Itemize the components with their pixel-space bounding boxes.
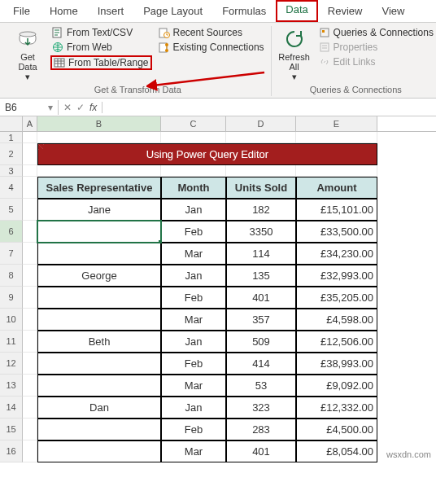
cell-month[interactable]: Feb [161, 287, 226, 309]
formula-input[interactable] [102, 106, 436, 109]
cell-month[interactable]: Feb [161, 419, 226, 440]
tab-insert[interactable]: Insert [88, 2, 134, 22]
cell-month[interactable]: Mar [161, 375, 226, 397]
cell-amount[interactable]: £12,506.00 [296, 331, 377, 353]
cell-units[interactable]: 509 [226, 331, 296, 353]
cell-units[interactable]: 414 [226, 353, 296, 375]
recent-sources-button[interactable]: Recent Sources [157, 26, 266, 39]
row-header-14[interactable]: 14 [0, 397, 23, 419]
col-header-E[interactable]: E [296, 116, 377, 131]
cell-units[interactable]: 114 [226, 243, 296, 265]
cell-rep[interactable]: Dan [37, 397, 161, 419]
text-csv-icon [52, 27, 63, 38]
tab-page-layout[interactable]: Page Layout [133, 2, 212, 22]
row-header-9[interactable]: 9 [0, 287, 23, 309]
cell-rep[interactable] [37, 309, 161, 331]
cell-amount[interactable]: £8,054.00 [296, 440, 377, 462]
tab-review[interactable]: Review [318, 2, 373, 22]
fx-icon[interactable]: fx [89, 102, 97, 113]
row-header-11[interactable]: 11 [0, 331, 23, 353]
row-header-15[interactable]: 15 [0, 419, 23, 440]
get-data-button[interactable]: Get Data▾ [10, 26, 46, 83]
row-header-12[interactable]: 12 [0, 353, 23, 375]
refresh-all-button[interactable]: Refresh All▾ [277, 26, 312, 83]
cell-units[interactable]: 357 [226, 309, 296, 331]
cell-month[interactable]: Jan [161, 199, 226, 221]
cell-rep[interactable] [37, 243, 161, 265]
cell-amount[interactable]: £4,598.00 [296, 309, 377, 331]
existing-connections-button[interactable]: Existing Connections [157, 41, 266, 54]
cell-month[interactable]: Mar [161, 440, 226, 462]
tab-formulas[interactable]: Formulas [212, 2, 276, 22]
cell-month[interactable]: Jan [161, 331, 226, 353]
svg-rect-12 [320, 43, 329, 51]
cell-units[interactable]: 53 [226, 375, 296, 397]
row-header-16[interactable]: 16 [0, 440, 23, 462]
tab-file[interactable]: File [3, 2, 40, 22]
queries-connections-button[interactable]: Queries & Connections [317, 26, 435, 39]
cell-units[interactable]: 3350 [226, 221, 296, 243]
cell-amount[interactable]: £15,101.00 [296, 199, 377, 221]
from-web-button[interactable]: From Web [50, 41, 152, 54]
row-header-3[interactable]: 3 [0, 165, 23, 177]
cell-units[interactable]: 401 [226, 287, 296, 309]
row-header-6[interactable]: 6 [0, 221, 23, 243]
tab-data[interactable]: Data [276, 0, 317, 22]
cell-month[interactable]: Jan [161, 397, 226, 419]
cell-rep[interactable] [37, 440, 161, 462]
select-all-corner[interactable] [0, 116, 23, 131]
cell-rep[interactable] [37, 375, 161, 397]
cell-amount[interactable]: £34,230.00 [296, 243, 377, 265]
col-header-D[interactable]: D [226, 116, 296, 131]
cell-month[interactable]: Mar [161, 243, 226, 265]
cell-month[interactable]: Mar [161, 309, 226, 331]
row-header-5[interactable]: 5 [0, 199, 23, 221]
cell-rep[interactable] [37, 353, 161, 375]
cell-units[interactable]: 323 [226, 397, 296, 419]
col-header-B[interactable]: B [37, 116, 161, 131]
header-sales-rep[interactable]: Sales Representative [37, 177, 161, 199]
cell-amount[interactable]: £33,500.00 [296, 221, 377, 243]
col-header-A[interactable]: A [23, 116, 37, 131]
cell-units[interactable]: 135 [226, 265, 296, 287]
row-header-1[interactable]: 1 [0, 132, 23, 143]
row-header-13[interactable]: 13 [0, 375, 23, 397]
cell-month[interactable]: Feb [161, 353, 226, 375]
cell-amount[interactable]: £32,993.00 [296, 265, 377, 287]
col-header-C[interactable]: C [161, 116, 226, 131]
cell-units[interactable]: 401 [226, 440, 296, 462]
name-box[interactable]: B6 ▾ [0, 100, 59, 115]
cell-rep[interactable] [37, 287, 161, 309]
row-header-2[interactable]: 2 [0, 143, 23, 165]
title-cell[interactable]: Using Power Query Editor [37, 143, 377, 165]
header-units-sold[interactable]: Units Sold [226, 177, 296, 199]
cell-month[interactable]: Jan [161, 265, 226, 287]
cell-rep[interactable]: Jane [37, 199, 161, 221]
cell-rep[interactable]: George [37, 265, 161, 287]
tab-view[interactable]: View [372, 2, 414, 22]
header-amount[interactable]: Amount [296, 177, 377, 199]
cell-rep[interactable] [37, 419, 161, 440]
cell-rep[interactable] [37, 221, 161, 243]
refresh-icon [283, 28, 306, 50]
cell-units[interactable]: 283 [226, 419, 296, 440]
header-month[interactable]: Month [161, 177, 226, 199]
cell-amount[interactable]: £38,993.00 [296, 353, 377, 375]
row-header-7[interactable]: 7 [0, 243, 23, 265]
row-header-8[interactable]: 8 [0, 265, 23, 287]
refresh-all-label: Refresh All [278, 52, 310, 72]
from-text-csv-button[interactable]: From Text/CSV [50, 26, 152, 39]
cell-amount[interactable]: £35,205.00 [296, 287, 377, 309]
spreadsheet-grid[interactable]: A B C D E 1 2 Using Power Query Editor 3… [0, 116, 436, 462]
row-header-10[interactable]: 10 [0, 309, 23, 331]
cell-amount[interactable]: £9,092.00 [296, 375, 377, 397]
from-table-range-button[interactable]: From Table/Range [50, 55, 152, 70]
table-row: 10Mar357£4,598.00 [0, 309, 436, 331]
cell-rep[interactable]: Beth [37, 331, 161, 353]
cell-month[interactable]: Feb [161, 221, 226, 243]
row-header-4[interactable]: 4 [0, 177, 23, 199]
cell-units[interactable]: 182 [226, 199, 296, 221]
cell-amount[interactable]: £4,500.00 [296, 419, 377, 440]
cell-amount[interactable]: £12,332.00 [296, 397, 377, 419]
tab-home[interactable]: Home [40, 2, 88, 22]
